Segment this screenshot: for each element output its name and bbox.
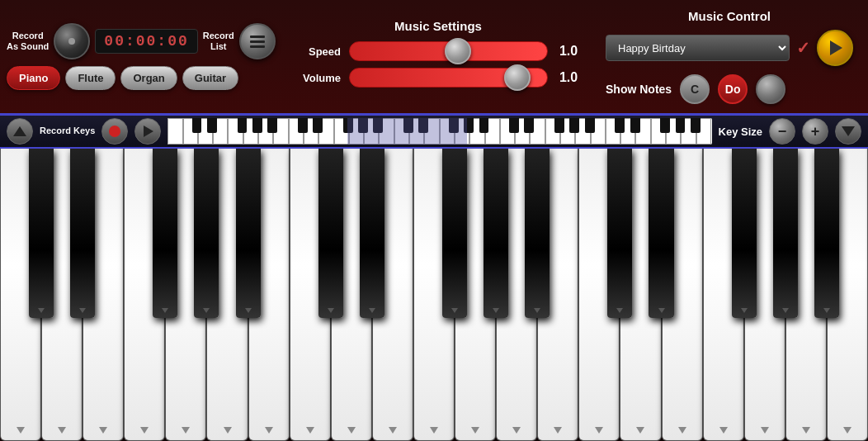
record-line2: As Sound (7, 41, 49, 51)
mini-white-key[interactable] (213, 118, 228, 145)
mini-white-key[interactable] (364, 118, 379, 145)
mini-white-key[interactable] (394, 118, 409, 145)
white-key-arrow-icon (678, 427, 686, 434)
record-line1: Record (12, 31, 44, 40)
mini-white-key[interactable] (243, 118, 258, 145)
black-key-arrow-icon (203, 308, 210, 313)
speed-label: Speed (295, 45, 341, 58)
mini-white-key[interactable] (228, 118, 243, 145)
mini-white-key[interactable] (379, 118, 394, 145)
note-do-badge[interactable]: Do (718, 74, 748, 104)
mini-white-key[interactable] (530, 118, 545, 145)
play-button-large[interactable] (817, 30, 853, 66)
black-key[interactable] (194, 149, 219, 318)
mini-white-key[interactable] (273, 118, 288, 145)
record-keys-label: Record Keys (40, 126, 95, 136)
black-key[interactable] (29, 149, 54, 318)
mini-white-key[interactable] (167, 118, 182, 145)
volume-slider-thumb[interactable] (504, 64, 531, 91)
mini-white-key[interactable] (485, 118, 500, 145)
record-row: Record As Sound 00:00:00 Record List (7, 23, 276, 59)
black-key[interactable] (773, 149, 798, 318)
black-key[interactable] (649, 149, 673, 318)
white-key-arrow-icon (719, 427, 728, 434)
black-key[interactable] (236, 149, 261, 318)
mini-white-key[interactable] (560, 118, 575, 145)
mini-white-key[interactable] (304, 118, 318, 145)
speed-slider-thumb[interactable] (445, 38, 471, 64)
record-dot-button[interactable] (101, 118, 128, 145)
black-key[interactable] (318, 149, 343, 318)
mini-white-key[interactable] (545, 118, 560, 145)
show-notes-row: Show Notes C Do (606, 74, 853, 104)
mini-white-key[interactable] (500, 118, 515, 145)
black-key-arrow-icon (741, 308, 748, 313)
black-key-arrow-icon (658, 308, 665, 313)
key-size-minus-button[interactable]: − (769, 118, 795, 145)
black-key[interactable] (814, 149, 839, 318)
mini-white-key[interactable] (409, 118, 424, 145)
song-select[interactable]: Happy Birtday (606, 35, 790, 61)
play-button-small[interactable] (134, 118, 161, 145)
black-key[interactable] (732, 149, 757, 318)
mini-white-key[interactable] (349, 118, 364, 145)
mini-white-key[interactable] (620, 118, 635, 145)
key-size-label: Key Size (719, 126, 762, 138)
white-key-arrow-icon (636, 427, 644, 434)
black-key[interactable] (484, 149, 508, 318)
mini-white-key[interactable] (455, 118, 469, 145)
mini-white-key[interactable] (651, 118, 666, 145)
black-key[interactable] (153, 149, 177, 318)
instrument-row: Piano Flute Organ Guitar (7, 66, 238, 90)
mini-white-key[interactable] (258, 118, 273, 145)
speed-row: Speed 1.0 (295, 41, 581, 61)
black-key-arrow-icon (38, 308, 45, 313)
scroll-right-button[interactable] (835, 118, 861, 145)
white-key-arrow-icon (761, 427, 769, 434)
white-key-arrow-icon (843, 427, 851, 434)
mini-white-key[interactable] (606, 118, 620, 145)
flute-button[interactable]: Flute (65, 66, 116, 90)
white-key-arrow-icon (430, 427, 438, 434)
mini-white-key[interactable] (289, 118, 304, 145)
mini-white-key[interactable] (469, 118, 484, 145)
h-line-1 (250, 36, 265, 38)
black-key[interactable] (607, 149, 632, 318)
note-c-badge[interactable]: C (680, 74, 710, 104)
mini-white-key[interactable] (591, 118, 606, 145)
mini-white-key[interactable] (515, 118, 530, 145)
mini-white-key[interactable] (334, 118, 349, 145)
mini-white-key[interactable] (318, 118, 333, 145)
record-list-button[interactable] (239, 23, 276, 59)
black-key[interactable] (525, 149, 550, 318)
mini-white-key[interactable] (666, 118, 681, 145)
mini-white-key[interactable] (424, 118, 439, 145)
volume-slider-track[interactable] (349, 68, 548, 88)
volume-row: Volume 1.0 (295, 68, 581, 88)
white-key-arrow-icon (182, 427, 190, 434)
hamburger-icon (250, 36, 265, 48)
speed-slider-track[interactable] (349, 41, 548, 61)
piano-button[interactable]: Piano (7, 66, 60, 90)
mini-white-key[interactable] (183, 118, 198, 145)
mini-white-key[interactable] (575, 118, 590, 145)
black-key-arrow-icon (782, 308, 789, 313)
mini-white-key[interactable] (696, 118, 711, 145)
black-key[interactable] (442, 149, 467, 318)
record-as-sound-knob[interactable] (54, 23, 90, 59)
black-key[interactable] (360, 149, 384, 318)
black-key-arrow-icon (493, 308, 499, 313)
white-key-arrow-icon (595, 427, 603, 434)
mini-white-key[interactable] (198, 118, 213, 145)
mini-white-key[interactable] (440, 118, 455, 145)
key-size-plus-button[interactable]: + (802, 118, 828, 145)
mini-white-key[interactable] (635, 118, 650, 145)
black-key[interactable] (70, 149, 95, 318)
guitar-button[interactable]: Guitar (182, 66, 238, 90)
mini-white-key[interactable] (681, 118, 696, 145)
note-knob[interactable] (756, 74, 785, 104)
organ-button[interactable]: Organ (120, 66, 177, 90)
scroll-left-button[interactable] (7, 118, 33, 145)
white-key-arrow-icon (347, 427, 356, 434)
h-line-3 (250, 45, 265, 48)
